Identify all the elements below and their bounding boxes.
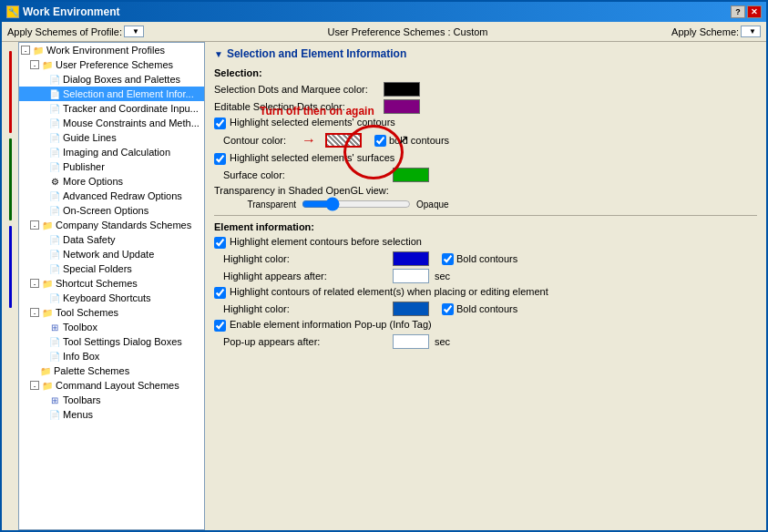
highlight-before-label: Highlight element contours before select…: [230, 236, 422, 247]
tree-item-toolbox[interactable]: ⊞ Toolbox: [19, 320, 204, 334]
transparency-label: Transparency in Shaded OpenGL view:: [214, 185, 389, 196]
tree-item-dialog[interactable]: 📄 Dialog Boxes and Palettes: [19, 72, 204, 87]
tree-item-company[interactable]: - 📁 Company Standards Schemes: [19, 218, 204, 232]
expander-icon2[interactable]: -: [30, 60, 39, 69]
tree-item-command[interactable]: - 📁 Command Layout Schemes: [19, 378, 204, 393]
highlight-color-2-swatch[interactable]: [393, 302, 429, 316]
highlight-before-checkbox[interactable]: [214, 237, 226, 249]
tree-item-more[interactable]: ⚙ More Options: [19, 174, 204, 189]
highlight-related-checkbox[interactable]: [214, 287, 226, 299]
transparent-label: Transparent: [241, 200, 296, 210]
tree-item-root[interactable]: - 📁 Work Environment Profiles: [19, 43, 204, 57]
bold-contours-checkbox-3[interactable]: [442, 303, 454, 315]
app-icon: 🔧: [6, 5, 19, 18]
section-header: ▼ Selection and Element Information: [214, 47, 757, 60]
contour-color-row: Contour color: → bold contours Turn off …: [214, 132, 757, 148]
tree-label10: More Options: [63, 176, 123, 187]
doc-icon14: ⊞: [48, 321, 61, 333]
tree-panel[interactable]: - 📁 Work Environment Profiles - 📁 User P…: [18, 42, 205, 530]
bold-contours-label-2: Bold contours: [456, 253, 517, 264]
tree-item-palette[interactable]: 📁 Palette Schemes: [19, 363, 204, 378]
bold-contours-checkbox-2[interactable]: [442, 253, 454, 265]
transparency-slider[interactable]: [302, 199, 411, 210]
folder-icon5: 📁: [41, 306, 54, 319]
content-area: - 📁 Work Environment Profiles - 📁 User P…: [2, 42, 766, 530]
selection-dots-color[interactable]: [384, 82, 420, 97]
tree-label21: Tool Settings Dialog Boxes: [63, 336, 182, 347]
tree-item-imaging[interactable]: 📄 Imaging and Calculation: [19, 145, 204, 159]
sec-label-2: sec: [435, 336, 450, 347]
tree-item-keyboard[interactable]: 📄 Keyboard Shortcuts: [19, 291, 204, 305]
tree-item-tracker[interactable]: 📄 Tracker and Coordinate Inpu...: [19, 101, 204, 116]
tree-item-user-pref[interactable]: - 📁 User Preference Schemes: [19, 57, 204, 72]
scheme-dropdown[interactable]: ▼: [741, 26, 761, 37]
highlight-appears-input[interactable]: 1.00: [393, 269, 429, 283]
bold-contours-checkbox-1[interactable]: [374, 135, 386, 147]
title-bar: 🔧 Work Environment ? ✕: [2, 2, 766, 22]
tree-item-info-box[interactable]: 📄 Info Box: [19, 349, 204, 363]
popup-appears-input[interactable]: 0.50: [393, 334, 429, 349]
tree-label12: On-Screen Options: [63, 205, 148, 216]
tree-item-shortcut[interactable]: - 📁 Shortcut Schemes: [19, 276, 204, 291]
bold-contours-1: bold contours: [374, 135, 449, 147]
expander-icon3[interactable]: -: [30, 220, 39, 230]
expander-icon6[interactable]: -: [30, 381, 39, 390]
doc-icon17: ⊞: [48, 394, 61, 406]
highlight-surfaces-checkbox[interactable]: [214, 153, 226, 165]
enable-popup-row: Enable element information Pop-up (Info …: [214, 319, 757, 332]
expander-icon5[interactable]: -: [30, 308, 39, 317]
doc-icon12: 📄: [48, 262, 61, 275]
close-button[interactable]: ✕: [747, 5, 762, 18]
profile-dropdown[interactable]: ▼: [124, 26, 144, 37]
tree-label18: Keyboard Shortcuts: [63, 292, 151, 303]
transparency-row: Transparency in Shaded OpenGL view:: [214, 185, 757, 196]
folder-icon7: 📁: [41, 379, 54, 392]
tree-label5: Tracker and Coordinate Inpu...: [63, 103, 199, 114]
enable-popup-checkbox[interactable]: [214, 320, 226, 332]
highlight-surfaces-row: Highlight selected elements' surfaces: [214, 152, 757, 165]
highlight-related-label: Highlight contours of related element(s)…: [230, 286, 548, 297]
highlight-contours-row: Highlight selected elements' contours: [214, 117, 757, 129]
popup-appears-row: Pop-up appears after: 0.50 sec: [214, 334, 757, 349]
folder-icon4: 📁: [41, 277, 54, 290]
tree-item-toolbars[interactable]: ⊞ Toolbars: [19, 393, 204, 407]
contour-color-swatch[interactable]: [325, 133, 362, 148]
expander-icon4[interactable]: -: [30, 279, 39, 288]
tree-label14: Data Safety: [63, 234, 115, 245]
enable-popup-label: Enable element information Pop-up (Info …: [230, 319, 432, 330]
highlight-related-row: Highlight contours of related element(s)…: [214, 286, 757, 299]
tree-item-guide[interactable]: 📄 Guide Lines: [19, 130, 204, 145]
tree-item-publisher[interactable]: 📄 Publisher: [19, 159, 204, 174]
element-info-label: Element information:: [214, 221, 757, 232]
editable-dots-color[interactable]: [384, 99, 420, 114]
tree-item-redraw[interactable]: 📄 Advanced Redraw Options: [19, 189, 204, 203]
highlight-before-row: Highlight element contours before select…: [214, 236, 757, 249]
highlight-color-2-row: Highlight color: Bold contours: [214, 302, 757, 316]
highlight-appears-row: Highlight appears after: 1.00 sec: [214, 269, 757, 283]
tree-item-menus[interactable]: 📄 Menus: [19, 407, 204, 422]
surface-color-swatch[interactable]: [393, 168, 429, 182]
tree-label25: Toolbars: [63, 394, 101, 405]
tree-item-tool-schemes[interactable]: - 📁 Tool Schemes: [19, 305, 204, 320]
tree-item-tool-settings[interactable]: 📄 Tool Settings Dialog Boxes: [19, 334, 204, 349]
tree-item-special[interactable]: 📄 Special Folders: [19, 261, 204, 276]
tree-item-network[interactable]: 📄 Network and Update: [19, 247, 204, 261]
doc-icon: 📄: [48, 73, 61, 86]
tree-item-mouse[interactable]: 📄 Mouse Constraints and Meth...: [19, 116, 204, 130]
highlight-color-1-swatch[interactable]: [393, 251, 429, 266]
surface-color-row: Surface color:: [214, 168, 757, 182]
selection-label: Selection:: [214, 67, 757, 78]
expander-icon[interactable]: -: [21, 46, 30, 55]
doc-icon18: 📄: [48, 408, 61, 421]
tree-label: Work Environment Profiles: [46, 45, 165, 56]
tree-item-selection[interactable]: 📄 Selection and Element Infor...: [19, 87, 204, 101]
doc-icon2: 📄: [48, 87, 61, 100]
help-button[interactable]: ?: [731, 5, 745, 18]
tree-label4: Selection and Element Infor...: [63, 88, 194, 99]
green-line: [9, 138, 12, 220]
sec-label-1: sec: [435, 271, 450, 281]
tree-item-data-safety[interactable]: 📄 Data Safety: [19, 232, 204, 247]
tree-item-onscreen[interactable]: 📄 On-Screen Options: [19, 203, 204, 218]
highlight-contours-checkbox[interactable]: [214, 118, 226, 129]
selection-dots-label: Selection Dots and Marquee color:: [214, 84, 378, 95]
